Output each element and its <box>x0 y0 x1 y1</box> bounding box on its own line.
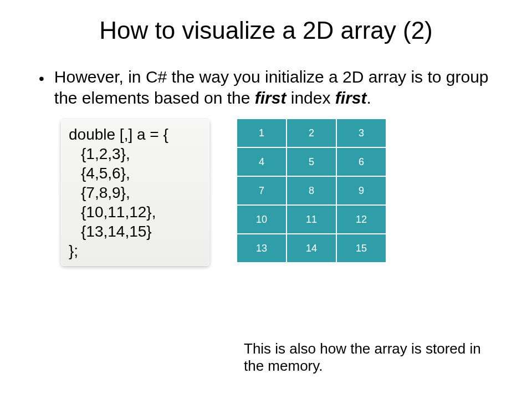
code-line-2: {4,5,6}, <box>69 163 201 183</box>
grid-cell: 8 <box>287 177 336 204</box>
grid-cell: 9 <box>337 177 386 204</box>
grid-cell: 5 <box>287 148 336 176</box>
code-line-1: {1,2,3}, <box>69 144 201 163</box>
grid-cell: 7 <box>237 177 286 204</box>
slide-body: • However, in C# the way you initialize … <box>0 66 532 266</box>
bullet-text: However, in C# the way you initialize a … <box>54 66 493 108</box>
code-block: double [,] a = { {1,2,3}, {4,5,6}, {7,8,… <box>61 119 209 266</box>
code-line-4: {10,11,12}, <box>69 202 201 222</box>
code-line-5: {13,14,15} <box>69 222 201 241</box>
bullet-part-mid: index <box>286 89 335 107</box>
grid-cell: 13 <box>237 234 286 262</box>
code-line-6: }; <box>69 242 78 259</box>
code-line-3: {7,8,9}, <box>69 183 201 202</box>
grid-cell: 11 <box>287 206 336 233</box>
grid-cell: 3 <box>337 119 386 147</box>
grid-cell: 14 <box>287 234 336 262</box>
array-grid-wrap: 1 2 3 4 5 6 7 8 9 10 11 12 13 14 15 <box>237 119 386 262</box>
slide-title: How to visualize a 2D array (2) <box>0 0 532 66</box>
array-grid: 1 2 3 4 5 6 7 8 9 10 11 12 13 14 15 <box>237 119 386 262</box>
grid-cell: 15 <box>337 234 386 262</box>
bullet-part-em1: first <box>255 89 287 107</box>
bullet-part-post: . <box>367 89 371 107</box>
caption-text: This is also how the array is stored in … <box>244 340 499 375</box>
code-line-0: double [,] a = { <box>69 126 168 143</box>
grid-cell: 4 <box>237 148 286 176</box>
grid-cell: 10 <box>237 206 286 233</box>
grid-cell: 12 <box>337 206 386 233</box>
grid-cell: 6 <box>337 148 386 176</box>
bullet-item: • However, in C# the way you initialize … <box>39 66 493 108</box>
bullet-part-em2: first <box>335 89 367 107</box>
bullet-dot-icon: • <box>39 69 44 88</box>
grid-cell: 1 <box>237 119 286 147</box>
lower-row: double [,] a = { {1,2,3}, {4,5,6}, {7,8,… <box>39 119 493 266</box>
grid-cell: 2 <box>287 119 336 147</box>
